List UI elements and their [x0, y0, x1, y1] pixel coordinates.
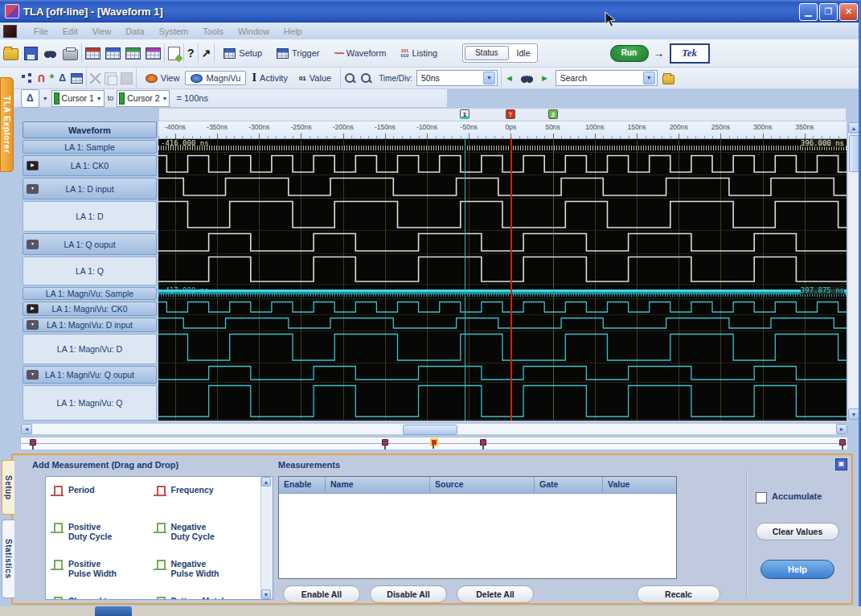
column-header-name[interactable]: Name: [326, 477, 430, 493]
search-next-icon[interactable]: ►: [540, 73, 549, 83]
measurement-item-period[interactable]: Period: [51, 482, 154, 519]
marker-cursor1[interactable]: 1: [460, 109, 469, 119]
scroll-left-icon[interactable]: ◄: [21, 424, 32, 434]
tab-statistics[interactable]: Statistics: [2, 519, 14, 598]
listing-window-icon[interactable]: [105, 47, 121, 60]
tla-explorer-tab[interactable]: TLA Explorer: [0, 77, 14, 172]
open-file-icon[interactable]: [3, 48, 18, 60]
menu-system[interactable]: System: [159, 27, 189, 36]
delta-time-icon[interactable]: Δ: [59, 72, 66, 84]
column-header-source[interactable]: Source: [430, 477, 535, 493]
menu-help[interactable]: Help: [284, 27, 302, 36]
overview-flag-trigger[interactable]: [430, 438, 438, 446]
measurement-item-channel-to[interactable]: Channel toChannel Delay: [51, 593, 154, 600]
magnivu-button[interactable]: MagniVu: [185, 71, 246, 85]
horizontal-scrollbar[interactable]: ◄ ►: [20, 423, 848, 435]
minimize-button[interactable]: ▁: [799, 3, 818, 21]
menu-window[interactable]: Window: [238, 27, 269, 36]
scroll-right-icon[interactable]: ►: [836, 424, 847, 434]
search-options-icon[interactable]: [662, 75, 674, 84]
scroll-up-icon[interactable]: ▲: [848, 122, 859, 133]
cut-icon[interactable]: [90, 73, 100, 84]
marker-overview-bar[interactable]: [20, 437, 848, 450]
measurement-item-negative[interactable]: NegativeDuty Cycle: [154, 519, 256, 556]
measurement-palette[interactable]: PeriodFrequencyPositiveDuty CycleNegativ…: [45, 476, 273, 600]
tab-setup[interactable]: Setup: [2, 460, 14, 515]
marker-trigger[interactable]: T: [506, 109, 515, 119]
channel-label-q[interactable]: LA 1: Q: [23, 257, 157, 285]
disable-all-button[interactable]: Disable All: [370, 585, 447, 603]
zoom-out-icon[interactable]: [344, 72, 356, 84]
properties-icon[interactable]: [71, 73, 83, 84]
enable-all-button[interactable]: Enable All: [283, 585, 360, 603]
measurement-item-frequency[interactable]: Frequency: [154, 482, 256, 519]
menu-tools[interactable]: Tools: [203, 27, 223, 36]
listing-view-button[interactable]: 101010Listing: [395, 46, 443, 60]
channel-label-mag-d-input[interactable]: ▾LA 1: MagniVu: D input: [23, 318, 157, 332]
panel-collapse-icon[interactable]: ▣: [835, 458, 847, 470]
trigger-view-button[interactable]: Trigger: [271, 46, 325, 61]
measurement-item-positive[interactable]: PositiveDuty Cycle: [51, 519, 154, 556]
setup-view-button[interactable]: Setup: [218, 46, 268, 61]
snap-icon[interactable]: *: [50, 72, 54, 84]
channel-label-sample[interactable]: LA 1: Sample: [23, 140, 157, 154]
scroll-down-icon[interactable]: ▼: [848, 409, 859, 420]
clear-values-button[interactable]: Clear Values: [756, 523, 839, 540]
run-arrow-icon[interactable]: ↗: [202, 47, 211, 60]
delete-all-button[interactable]: Delete All: [457, 585, 534, 603]
status-button[interactable]: Status: [465, 46, 508, 60]
palette-scroll-down-icon[interactable]: ▼: [261, 589, 271, 599]
help-icon[interactable]: ?: [187, 47, 195, 60]
overview-flag-cursor[interactable]: [30, 439, 36, 446]
measurements-table[interactable]: EnableNameSourceGateValue: [278, 476, 677, 579]
overview-flag-cursor[interactable]: [382, 439, 388, 446]
new-data-window-icon[interactable]: [168, 47, 180, 60]
channel-label-mag-ck0[interactable]: ▶LA 1: MagniVu: CK0: [23, 302, 157, 316]
channel-label-mag-d[interactable]: LA 1: MagniVu: D: [23, 334, 157, 364]
measurement-item-pattern-match[interactable]: Pattern Match: [154, 593, 256, 600]
recalc-button[interactable]: Recalc: [637, 585, 720, 603]
magnet-icon[interactable]: U: [38, 72, 45, 84]
column-header-enable[interactable]: Enable: [279, 477, 326, 493]
print-icon[interactable]: [63, 49, 78, 60]
restore-button[interactable]: ❐: [819, 3, 838, 21]
zoom-in-icon[interactable]: [360, 72, 372, 84]
channel-label-mag-sample[interactable]: LA 1: MagniVu: Sample: [23, 287, 157, 300]
search-dropdown[interactable]: Search▼: [556, 70, 658, 86]
horizontal-scroll-thumb[interactable]: [403, 425, 457, 435]
menu-edit[interactable]: Edit: [63, 27, 78, 36]
cursor1-dropdown[interactable]: Cursor 1 ▼: [51, 90, 105, 107]
cursor-1-line[interactable]: [465, 138, 465, 421]
search-binoculars-icon[interactable]: [520, 72, 534, 84]
overview-flag-cursor[interactable]: [480, 439, 486, 446]
activity-button[interactable]: I Activity: [246, 70, 293, 86]
palette-scrollbar[interactable]: ▲ ▼: [260, 477, 273, 599]
cursor2-dropdown[interactable]: Cursor 2 ▼: [117, 90, 170, 107]
delta-measure-button[interactable]: Δ: [21, 89, 39, 108]
trigger-line[interactable]: [510, 138, 512, 421]
run-button[interactable]: Run: [610, 45, 649, 62]
accumulate-checkbox[interactable]: [756, 492, 767, 503]
help-button[interactable]: Help: [761, 560, 834, 579]
setup-window-icon[interactable]: [85, 47, 100, 60]
channel-label-q-ouput[interactable]: ▾LA 1: Q ouput: [23, 233, 157, 255]
menu-view[interactable]: View: [92, 27, 112, 36]
explorer-tree-icon[interactable]: [21, 73, 33, 84]
waveform-window-icon[interactable]: [125, 47, 141, 60]
measurement-item-positive[interactable]: PositivePulse Width: [51, 556, 154, 593]
waveform-view-button[interactable]: ~~Waveform: [328, 45, 392, 62]
close-button[interactable]: ✕: [839, 3, 858, 21]
delta-dropdown-arrow[interactable]: ▼: [43, 96, 48, 101]
search-prev-icon[interactable]: ◄: [505, 73, 514, 83]
copy-icon[interactable]: [105, 72, 117, 84]
value-button[interactable]: 01 Value: [293, 71, 337, 85]
source-window-icon[interactable]: [146, 47, 161, 60]
paste-icon[interactable]: [121, 72, 133, 84]
cursor-2-line[interactable]: [553, 138, 554, 421]
channel-label-mag-q-ouput[interactable]: ▾LA 1: MagniVu: Q ouput: [23, 366, 157, 384]
measurement-item-negative[interactable]: NegativePulse Width: [154, 556, 256, 593]
menu-data[interactable]: Data: [125, 27, 144, 36]
channel-label-mag-q[interactable]: LA 1: MagniVu: Q: [23, 385, 157, 421]
channel-label-d[interactable]: LA 1: D: [23, 201, 157, 232]
menu-file[interactable]: File: [34, 27, 48, 36]
